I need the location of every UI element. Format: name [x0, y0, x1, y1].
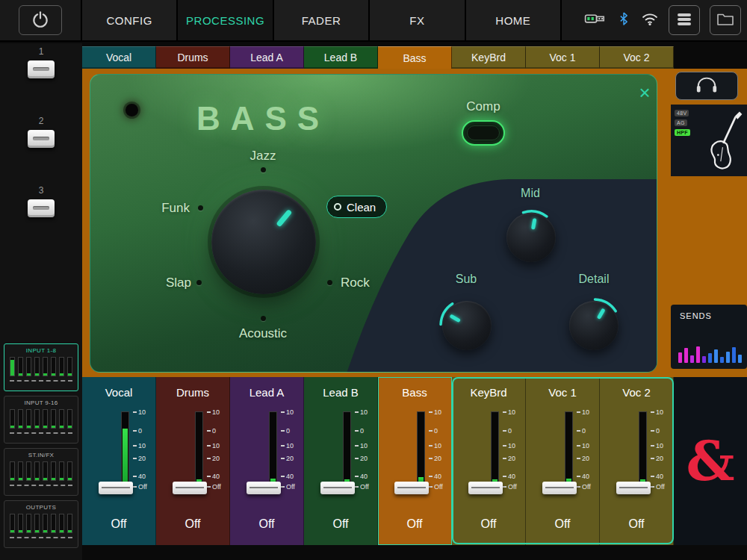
- scale-mark: 10: [503, 442, 515, 449]
- close-button[interactable]: ×: [633, 81, 657, 105]
- strip-keybrd[interactable]: KeyBrd 10 0 10 20 40 Off Off: [452, 377, 526, 545]
- meter-group-outputs[interactable]: OUTPUTS: [4, 500, 78, 548]
- status-area: [562, 0, 747, 40]
- meter-group-stin-fx[interactable]: ST.IN/FX: [4, 448, 78, 496]
- genre-label-rock[interactable]: Rock: [341, 276, 430, 290]
- left-sidebar: 1 2 3 INPUT 1-8 INPUT 9-16 ST.IN/FX: [0, 43, 82, 560]
- voicing-knob[interactable]: [211, 190, 316, 294]
- fader-handle[interactable]: [99, 482, 133, 494]
- strip-lead-b[interactable]: Lead B 10 0 10 20 40 Off Off: [304, 377, 378, 545]
- scale-mark: 10: [133, 408, 146, 416]
- scale-mark: 40: [577, 473, 589, 480]
- main-nav: CONFIG PROCESSING FADER FX HOME: [82, 0, 562, 40]
- layers-button[interactable]: [669, 5, 700, 35]
- scale-mark: 10: [207, 442, 220, 449]
- power-button[interactable]: [19, 5, 62, 35]
- detail-knob[interactable]: [569, 301, 619, 350]
- channel-tab-lead-a[interactable]: Lead A: [230, 46, 304, 69]
- mini-meters: [4, 409, 78, 429]
- channel-tab-voc-2[interactable]: Voc 2: [600, 46, 674, 69]
- knob-pointer: [530, 218, 536, 230]
- channel-tab-bass[interactable]: Bass: [378, 46, 452, 69]
- mid-knob[interactable]: [506, 213, 556, 262]
- fader-handle[interactable]: [247, 482, 281, 494]
- level-meter: [343, 411, 351, 485]
- strip-drums[interactable]: Drums 10 0 10 20 40 Off Off: [156, 377, 230, 545]
- genre-selected-pill[interactable]: Clean: [326, 196, 387, 218]
- fader-handle[interactable]: [394, 482, 429, 494]
- genre-label-clean: Clean: [347, 201, 376, 214]
- send-bar: [738, 355, 742, 363]
- send-bar: [690, 355, 694, 363]
- scale-mark: Off: [207, 483, 221, 491]
- channel-tab-lead-b[interactable]: Lead B: [304, 46, 378, 69]
- scale-mark: 20: [355, 455, 368, 462]
- genre-label-jazz[interactable]: Jazz: [218, 149, 308, 164]
- channel-name: Bass: [378, 386, 451, 399]
- softkey-1-button[interactable]: [28, 60, 55, 78]
- sends-panel[interactable]: SENDS: [671, 305, 747, 369]
- channel-name: KeyBrd: [452, 386, 525, 399]
- scale-mark: Off: [133, 483, 147, 491]
- strip-voc-1[interactable]: Voc 1 10 0 10 20 40 Off Off: [526, 377, 600, 545]
- send-bar: [720, 357, 724, 363]
- genre-dot-slap: [196, 280, 202, 285]
- scale-mark: 40: [355, 473, 368, 480]
- badge-hpf: HPF: [675, 129, 690, 136]
- softkey-2-button[interactable]: [28, 130, 55, 148]
- tab-config[interactable]: CONFIG: [82, 0, 178, 40]
- fader-handle[interactable]: [542, 482, 577, 494]
- badge-ag: AG: [675, 119, 687, 126]
- send-bar: [708, 353, 712, 363]
- genre-dot-clean: [334, 203, 341, 211]
- headphone-button[interactable]: [675, 72, 738, 100]
- scale-mark: 20: [281, 455, 294, 462]
- genre-label-slap[interactable]: Slap: [134, 276, 223, 290]
- meter-group-label: ST.IN/FX: [4, 452, 78, 458]
- bass-guitar-icon: [705, 108, 744, 175]
- scale-mark: 0: [133, 427, 142, 435]
- channel-tab-drums[interactable]: Drums: [156, 46, 230, 69]
- channel-tab-voc-1[interactable]: Voc 1: [526, 46, 600, 69]
- scale-mark: 40: [429, 473, 441, 480]
- channel-tab-vocal[interactable]: Vocal: [82, 46, 156, 69]
- meter-group-input-1-8[interactable]: INPUT 1-8: [4, 343, 78, 391]
- bass-amp-card: BASS Comp × Jazz Funk Clean Slap Rock Ac…: [90, 74, 657, 373]
- fader-handle[interactable]: [616, 482, 651, 494]
- strip-bass[interactable]: Bass 10 0 10 20 40 Off Off: [378, 377, 452, 545]
- channel-name: Lead A: [230, 386, 303, 399]
- tab-fader[interactable]: FADER: [274, 0, 370, 40]
- scale-mark: 40: [133, 473, 146, 480]
- power-cell: [0, 0, 82, 40]
- tab-home[interactable]: HOME: [466, 0, 562, 40]
- scale-mark: Off: [281, 483, 295, 491]
- fader-value: Off: [230, 517, 303, 531]
- level-meter: [417, 411, 425, 485]
- strip-vocal[interactable]: Vocal 10 0 10 20 40 Off Off: [82, 377, 156, 545]
- processing-panel: BASS Comp × Jazz Funk Clean Slap Rock Ac…: [82, 69, 747, 377]
- meter-group-input-9-16[interactable]: INPUT 9-16: [4, 396, 78, 444]
- channel-name: Voc 1: [526, 386, 599, 399]
- fader-handle[interactable]: [468, 482, 503, 494]
- channel-tab-keybrd[interactable]: KeyBrd: [452, 46, 526, 69]
- genre-label-acoustic[interactable]: Acoustic: [218, 326, 308, 341]
- scale-mark: 10: [651, 408, 663, 416]
- fader-handle[interactable]: [173, 482, 207, 494]
- channel-strips: Vocal 10 0 10 20 40 Off Off Drums 10 0 1…: [82, 377, 674, 545]
- folder-icon: [716, 12, 734, 29]
- softkey-3-button[interactable]: [28, 199, 55, 217]
- folder-button[interactable]: [710, 5, 741, 35]
- strip-lead-a[interactable]: Lead A 10 0 10 20 40 Off Off: [230, 377, 304, 545]
- tab-processing[interactable]: PROCESSING: [178, 0, 273, 40]
- comp-toggle-button[interactable]: [462, 120, 505, 146]
- genre-label-funk[interactable]: Funk: [100, 201, 190, 216]
- softkey-1: 1: [0, 46, 82, 78]
- softkey-2: 2: [0, 116, 82, 148]
- channel-tabs: Vocal Drums Lead A Lead B Bass KeyBrd Vo…: [82, 46, 674, 69]
- sub-knob[interactable]: [442, 301, 492, 350]
- fader-handle[interactable]: [320, 482, 355, 494]
- strip-voc-2[interactable]: Voc 2 10 0 10 20 40 Off Off: [600, 377, 674, 545]
- tab-fx[interactable]: FX: [370, 0, 465, 40]
- level-meter: [121, 411, 129, 485]
- top-bar: CONFIG PROCESSING FADER FX HOME: [0, 0, 747, 42]
